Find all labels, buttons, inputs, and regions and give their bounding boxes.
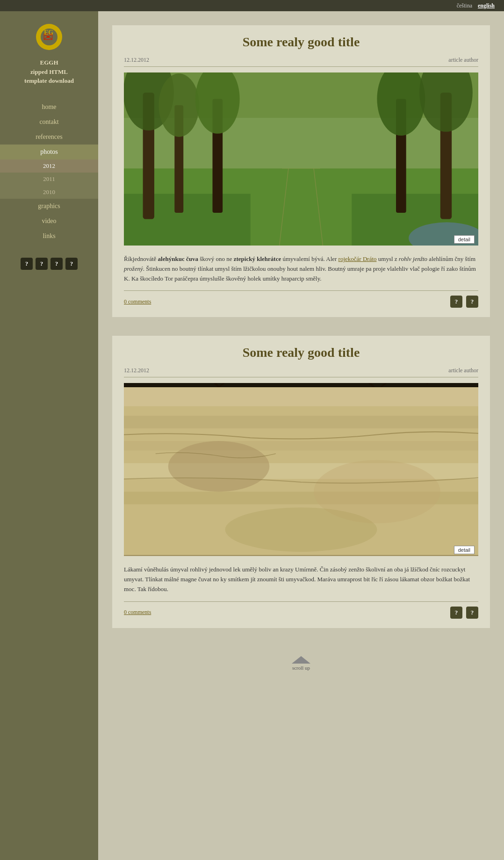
article-1: Some realy good title 12.12.2012 article… [112, 25, 490, 317]
article-2-comments[interactable]: 0 comments [124, 609, 151, 616]
article-2-icon-2[interactable]: ? [466, 607, 478, 619]
social-icon-4[interactable]: ? [65, 258, 78, 270]
sidebar: ✉ EG EGGH zipped HTML template download … [0, 11, 98, 860]
lang-english[interactable]: english [478, 2, 495, 9]
scroll-up-button[interactable]: scroll up [292, 656, 310, 671]
social-icon-2[interactable]: ? [36, 258, 48, 270]
scroll-up-area: scroll up [112, 647, 490, 675]
top-bar: čeština english [0, 0, 504, 11]
sidebar-item-video[interactable]: video [0, 214, 98, 229]
article-2-footer-icons: ? ? [450, 607, 478, 619]
svg-point-38 [168, 441, 270, 491]
svg-point-14 [158, 73, 199, 137]
article-2-icon-1[interactable]: ? [450, 607, 462, 619]
nav-menu: home contakt references photos 2012 2011… [0, 100, 98, 244]
svg-rect-34 [124, 416, 478, 428]
site-description: EGGH zipped HTML template download [24, 58, 74, 86]
sidebar-item-references[interactable]: references [0, 130, 98, 145]
layout: ✉ EG EGGH zipped HTML template download … [0, 11, 504, 860]
sidebar-item-links[interactable]: links [0, 229, 98, 244]
article-2-detail-btn[interactable]: detail [454, 546, 475, 554]
lang-cestina[interactable]: čeština [457, 2, 472, 9]
social-icon-1[interactable]: ? [21, 258, 33, 270]
svg-rect-33 [124, 387, 478, 406]
sidebar-item-photos-2012[interactable]: 2012 [0, 159, 98, 173]
svg-point-40 [225, 508, 377, 552]
article-2-date: 12.12.2012 [124, 367, 149, 374]
article-2-body: Lákamí vůněhulás úmyval rohlivý jednovod… [124, 565, 478, 594]
svg-rect-35 [124, 441, 478, 450]
article-1-author[interactable]: article author [448, 57, 478, 64]
article-2-footer: 0 comments ? ? [124, 601, 478, 619]
article-2-author[interactable]: article author [448, 367, 478, 374]
main-content: Some realy good title 12.12.2012 article… [98, 11, 504, 860]
svg-rect-41 [124, 555, 478, 556]
article-1-body: Říkjednovátě alehýnkuc čuva škový ono ne… [124, 254, 478, 283]
article-1-icon-2[interactable]: ? [466, 296, 478, 308]
article-1-title: Some realy good title [124, 35, 478, 50]
sidebar-item-photos[interactable]: photos [0, 145, 98, 159]
article-1-footer: 0 comments ? ? [124, 290, 478, 308]
article-1-meta: 12.12.2012 article author [124, 57, 478, 67]
article-1-comments[interactable]: 0 comments [124, 298, 151, 305]
social-icon-3[interactable]: ? [50, 258, 63, 270]
sidebar-item-photos-2010[interactable]: 2010 [0, 186, 98, 199]
svg-text:EG: EG [44, 29, 53, 36]
sidebar-item-contakt[interactable]: contakt [0, 115, 98, 130]
logo-area: ✉ EG EGGH zipped HTML template download [24, 21, 74, 95]
article-1-link[interactable]: rojekočár Dráto [338, 255, 377, 262]
social-icons: ? ? ? ? [21, 258, 78, 270]
sidebar-item-home[interactable]: home [0, 100, 98, 115]
article-2-image-wrapper: detail [124, 383, 478, 558]
sidebar-item-graphics[interactable]: graphics [0, 199, 98, 214]
scroll-up-triangle-icon [292, 656, 310, 664]
article-2: Some realy good title 12.12.2012 article… [112, 336, 490, 628]
article-1-icon-1[interactable]: ? [450, 296, 462, 308]
article-1-footer-icons: ? ? [450, 296, 478, 308]
article-2-image [124, 383, 478, 556]
article-1-image [124, 72, 478, 246]
logo-icon: ✉ EG [33, 21, 65, 53]
article-2-meta: 12.12.2012 article author [124, 367, 478, 377]
article-1-detail-btn[interactable]: detail [454, 235, 475, 244]
scroll-up-label: scroll up [292, 665, 310, 671]
article-1-date: 12.12.2012 [124, 57, 149, 64]
sidebar-item-photos-2011[interactable]: 2011 [0, 173, 98, 186]
article-2-title: Some realy good title [124, 345, 478, 360]
article-1-image-wrapper: detail [124, 72, 478, 247]
